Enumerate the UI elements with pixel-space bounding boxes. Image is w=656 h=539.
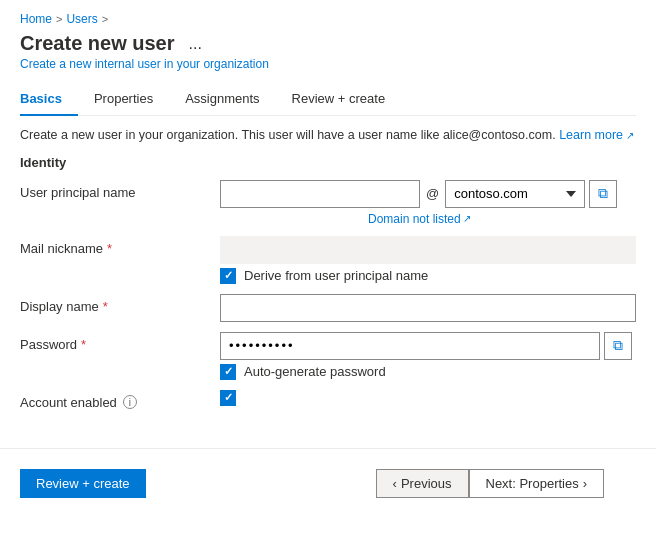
copy-icon: ⧉ xyxy=(598,185,608,202)
domain-select-wrapper: contoso.com ⧉ xyxy=(445,180,617,208)
breadcrumb-home[interactable]: Home xyxy=(20,12,52,26)
upn-controls: @ contoso.com ⧉ Domain not listed xyxy=(220,180,636,226)
learn-more-link[interactable]: Learn more xyxy=(559,128,634,142)
tab-assignments[interactable]: Assignments xyxy=(169,83,275,116)
upn-copy-button[interactable]: ⧉ xyxy=(589,180,617,208)
domain-not-listed-link[interactable]: Domain not listed xyxy=(368,212,636,226)
domain-select[interactable]: contoso.com xyxy=(445,180,585,208)
previous-button[interactable]: ‹ Previous xyxy=(376,469,469,498)
at-sign: @ xyxy=(426,186,439,201)
info-text: Create a new user in your organization. … xyxy=(20,126,636,145)
breadcrumb-sep2: > xyxy=(102,13,108,25)
display-name-input[interactable] xyxy=(220,294,636,322)
chevron-left-icon: ‹ xyxy=(393,476,397,491)
upn-row: User principal name @ contoso.com ⧉ Doma… xyxy=(20,180,636,226)
page-title-row: Create new user ... xyxy=(20,32,636,55)
mail-nickname-controls: Derive from user principal name xyxy=(220,236,636,284)
nav-buttons: ‹ Previous Next: Properties › xyxy=(256,469,604,498)
mail-nickname-required: * xyxy=(107,241,112,256)
account-enabled-row: Account enabled i xyxy=(20,390,636,418)
derive-checkbox-row: Derive from user principal name xyxy=(220,268,636,284)
tab-basics[interactable]: Basics xyxy=(20,83,78,116)
next-button[interactable]: Next: Properties › xyxy=(469,469,605,498)
account-enabled-info-icon[interactable]: i xyxy=(123,395,137,409)
password-input[interactable] xyxy=(220,332,600,360)
password-copy-icon: ⧉ xyxy=(613,337,623,354)
footer-divider xyxy=(0,448,656,449)
chevron-right-icon: › xyxy=(583,476,587,491)
derive-label: Derive from user principal name xyxy=(244,268,428,283)
account-enabled-controls xyxy=(220,390,636,406)
autogenerate-checkbox[interactable] xyxy=(220,364,236,380)
mail-nickname-box xyxy=(220,236,636,264)
autogenerate-label: Auto-generate password xyxy=(244,364,386,379)
derive-checkbox[interactable] xyxy=(220,268,236,284)
display-name-label: Display name * xyxy=(20,294,220,314)
tabs: Basics Properties Assignments Review + c… xyxy=(20,83,636,116)
upn-label: User principal name xyxy=(20,180,220,200)
breadcrumb-users[interactable]: Users xyxy=(66,12,97,26)
display-name-controls xyxy=(220,294,636,322)
page-subtitle: Create a new internal user in your organ… xyxy=(20,57,636,71)
review-create-button[interactable]: Review + create xyxy=(20,469,146,498)
password-copy-button[interactable]: ⧉ xyxy=(604,332,632,360)
tab-review-create[interactable]: Review + create xyxy=(276,83,402,116)
password-row: Password * ⧉ Auto-generate password xyxy=(20,332,636,380)
mail-nickname-label: Mail nickname * xyxy=(20,236,220,256)
footer: Review + create ‹ Previous Next: Propert… xyxy=(0,459,656,508)
account-enabled-label: Account enabled i xyxy=(20,390,220,410)
password-required: * xyxy=(81,337,86,352)
display-name-row: Display name * xyxy=(20,294,636,322)
ellipsis-button[interactable]: ... xyxy=(185,33,206,55)
password-controls: ⧉ Auto-generate password xyxy=(220,332,636,380)
display-name-required: * xyxy=(103,299,108,314)
upn-input[interactable] xyxy=(220,180,420,208)
account-enabled-checkbox[interactable] xyxy=(220,390,236,406)
identity-section-title: Identity xyxy=(20,155,636,170)
breadcrumb-sep1: > xyxy=(56,13,62,25)
mail-nickname-row: Mail nickname * Derive from user princip… xyxy=(20,236,636,284)
breadcrumb: Home > Users > xyxy=(20,12,636,26)
tab-properties[interactable]: Properties xyxy=(78,83,169,116)
page-title: Create new user xyxy=(20,32,175,55)
autogenerate-checkbox-row: Auto-generate password xyxy=(220,364,636,380)
password-label: Password * xyxy=(20,332,220,352)
